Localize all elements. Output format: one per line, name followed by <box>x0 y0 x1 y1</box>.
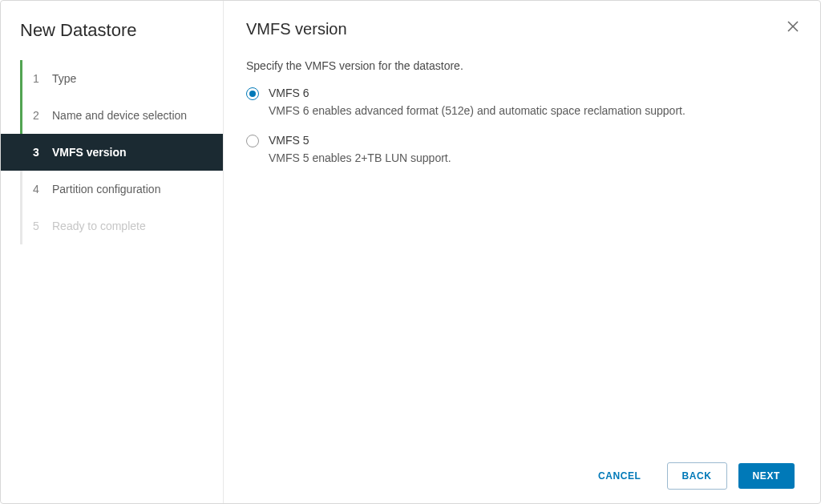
wizard-sidebar: New Datastore 1 Type 2 Name and device s… <box>1 1 224 503</box>
wizard-step-name-device[interactable]: 2 Name and device selection <box>1 97 223 134</box>
option-body: VMFS 5 VMFS 5 enables 2+TB LUN support. <box>269 134 798 167</box>
wizard-step-partition-config[interactable]: 4 Partition configuration <box>1 171 223 208</box>
close-button[interactable] <box>785 20 801 36</box>
step-label: Name and device selection <box>49 109 187 122</box>
new-datastore-dialog: New Datastore 1 Type 2 Name and device s… <box>0 0 821 504</box>
step-label: Type <box>49 72 76 85</box>
wizard-step-ready-complete: 5 Ready to complete <box>1 208 223 244</box>
wizard-steps: 1 Type 2 Name and device selection 3 VMF… <box>1 60 223 244</box>
step-number: 4 <box>33 183 49 196</box>
option-description: VMFS 6 enables advanced format (512e) an… <box>269 103 798 119</box>
wizard-footer: CANCEL BACK NEXT <box>246 452 798 503</box>
wizard-title: New Datastore <box>1 20 223 60</box>
cancel-button[interactable]: CANCEL <box>584 463 656 489</box>
radio-vmfs6[interactable] <box>246 87 259 100</box>
page-title: VMFS version <box>246 20 798 38</box>
wizard-step-vmfs-version[interactable]: 3 VMFS version <box>1 134 223 171</box>
step-label: Partition configuration <box>49 183 160 196</box>
option-vmfs6: VMFS 6 VMFS 6 enables advanced format (5… <box>246 87 798 119</box>
step-label: Ready to complete <box>49 220 146 232</box>
step-number: 2 <box>33 109 49 122</box>
close-icon <box>787 21 799 35</box>
step-number: 1 <box>33 72 49 85</box>
next-button[interactable]: NEXT <box>738 463 795 489</box>
back-button[interactable]: BACK <box>667 462 727 490</box>
radio-vmfs5[interactable] <box>246 135 259 147</box>
option-label[interactable]: VMFS 5 <box>269 134 798 147</box>
dialog-body: New Datastore 1 Type 2 Name and device s… <box>1 1 820 503</box>
wizard-steps-container: 1 Type 2 Name and device selection 3 VMF… <box>1 60 223 503</box>
step-number: 3 <box>33 146 49 159</box>
step-label: VMFS version <box>49 146 127 159</box>
step-number: 5 <box>33 220 49 232</box>
wizard-main: VMFS version Specify the VMFS version fo… <box>224 1 820 503</box>
page-instruction: Specify the VMFS version for the datasto… <box>246 59 798 72</box>
option-vmfs5: VMFS 5 VMFS 5 enables 2+TB LUN support. <box>246 134 798 167</box>
option-label[interactable]: VMFS 6 <box>269 87 798 99</box>
option-description: VMFS 5 enables 2+TB LUN support. <box>269 150 798 167</box>
wizard-step-type[interactable]: 1 Type <box>1 60 223 97</box>
option-body: VMFS 6 VMFS 6 enables advanced format (5… <box>269 87 798 119</box>
